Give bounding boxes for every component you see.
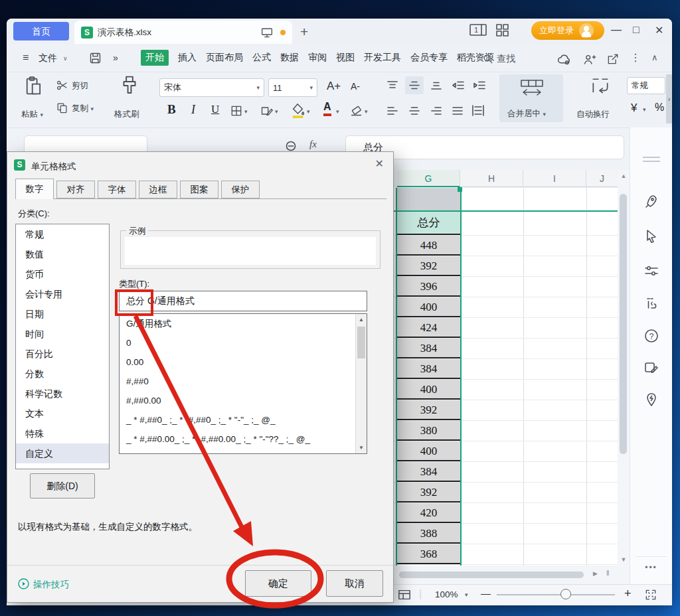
draw-border-icon[interactable] xyxy=(260,104,274,117)
menu-data[interactable]: 数据 xyxy=(280,52,299,64)
sheet-row[interactable]: 448 xyxy=(389,236,618,256)
copy-label[interactable]: 复制 ▾ xyxy=(72,103,94,114)
font-name-select[interactable]: 宋体▾ xyxy=(159,78,264,97)
tips-link[interactable]: 操作技巧 xyxy=(33,579,69,591)
cell-value[interactable]: 424 xyxy=(397,318,460,338)
format-item[interactable]: #,##0 xyxy=(120,372,367,391)
save-icon[interactable] xyxy=(88,51,102,65)
sidebar-handle[interactable] xyxy=(643,157,660,162)
menu-dev-tools[interactable]: 开发工具 xyxy=(364,52,401,64)
distributed-icon[interactable] xyxy=(471,105,485,116)
sheet-row[interactable]: 400 xyxy=(389,380,618,400)
format-item[interactable]: _ * #,##0_ ;_ * -#,##0_ ;_ * "-"_ ;_ @_ xyxy=(120,410,367,429)
hamburger-icon[interactable]: ≡ xyxy=(23,52,29,64)
scroll-right-icon[interactable]: ▶ xyxy=(593,570,598,577)
format-item[interactable]: 0 xyxy=(120,333,367,352)
category-item[interactable]: 会计专用 xyxy=(16,284,109,304)
category-item-selected[interactable]: 自定义 xyxy=(16,443,109,463)
location-icon[interactable] xyxy=(643,392,659,408)
view-layout-icon[interactable] xyxy=(397,588,412,601)
cell-value[interactable]: 380 xyxy=(397,421,460,441)
cell-value[interactable]: 400 xyxy=(397,297,460,317)
currency-caret[interactable]: ▾ xyxy=(643,106,646,113)
zoom-caret[interactable]: ▾ xyxy=(465,591,468,598)
tab-protection[interactable]: 保护 xyxy=(221,181,260,198)
paste-label[interactable]: 粘贴 ▾ xyxy=(21,109,43,120)
category-item[interactable]: 时间 xyxy=(16,324,109,344)
scroll-up-icon[interactable]: ▲ xyxy=(618,173,630,179)
align-left-icon[interactable] xyxy=(386,106,398,116)
category-item[interactable]: 百分比 xyxy=(16,344,109,364)
format-scroll-down-icon[interactable]: ▼ xyxy=(356,445,367,451)
add-user-icon[interactable] xyxy=(582,52,596,66)
align-bottom-icon[interactable] xyxy=(430,80,442,90)
sheet-grid[interactable]: G H I J 总分 448 392 396 400 424 384 384 4… xyxy=(389,170,618,566)
currency-format-button[interactable]: ¥ xyxy=(631,102,637,115)
wrap-text-icon[interactable] xyxy=(590,77,611,97)
font-color-icon[interactable]: A xyxy=(323,101,331,116)
fx-icon[interactable]: fx xyxy=(309,139,317,150)
feedback-icon[interactable] xyxy=(643,360,659,376)
wrap-text-label[interactable]: 自动换行 xyxy=(576,109,610,120)
app-grid-icon[interactable] xyxy=(495,23,509,37)
cell-value[interactable]: 396 xyxy=(397,277,460,297)
align-middle-icon[interactable] xyxy=(408,80,420,90)
collapse-ribbon-icon[interactable]: ∧ xyxy=(651,52,658,62)
cell-value[interactable]: 368 xyxy=(397,544,460,564)
delete-button[interactable]: 删除(D) xyxy=(30,473,95,499)
justify-icon[interactable] xyxy=(452,106,464,116)
font-size-select[interactable]: 11▾ xyxy=(268,78,317,97)
menu-insert[interactable]: 插入 xyxy=(178,52,197,64)
cancel-entry-icon[interactable] xyxy=(286,141,296,151)
fullscreen-icon[interactable] xyxy=(644,588,657,601)
fill-color-icon[interactable] xyxy=(291,102,305,118)
sheet-row[interactable]: 392 xyxy=(389,400,618,421)
format-item[interactable]: 0.00 xyxy=(120,352,367,372)
menu-review[interactable]: 审阅 xyxy=(308,52,327,64)
ribbon-expand-strip[interactable]: › xyxy=(666,74,672,123)
cell-value[interactable]: 448 xyxy=(397,236,460,256)
vertical-scrollbar[interactable]: ▲ ▼ xyxy=(618,170,630,566)
category-item[interactable]: 分数 xyxy=(16,364,109,384)
eraser-icon[interactable] xyxy=(349,104,363,117)
tab-border[interactable]: 边框 xyxy=(139,181,177,198)
file-caret-icon[interactable]: ∨ xyxy=(63,55,68,62)
search-label[interactable]: 查找 xyxy=(497,53,515,65)
dialog-close-icon[interactable]: ✕ xyxy=(375,157,384,170)
menu-view[interactable]: 视图 xyxy=(336,52,355,64)
login-button[interactable]: 立即登录 xyxy=(531,21,604,40)
category-item[interactable]: 文本 xyxy=(16,404,109,424)
minimize-button[interactable]: — xyxy=(611,24,622,36)
search-icon[interactable] xyxy=(482,53,493,64)
selected-cell-blank[interactable] xyxy=(397,188,460,211)
format-painter-icon[interactable] xyxy=(118,74,141,97)
percent-format-button[interactable]: % xyxy=(655,102,664,114)
number-format-select[interactable]: 常规 xyxy=(627,77,665,94)
help-icon[interactable]: ? xyxy=(643,328,659,344)
cursor-icon[interactable] xyxy=(643,228,659,244)
sheet-row[interactable]: 396 xyxy=(389,277,618,297)
category-item[interactable]: 常规 xyxy=(16,224,109,244)
menu-page-layout[interactable]: 页面布局 xyxy=(206,52,243,64)
category-item[interactable]: 科学记数 xyxy=(16,384,109,404)
cell-value[interactable]: 384 xyxy=(397,462,460,482)
italic-button[interactable]: I xyxy=(191,103,195,117)
align-center-icon[interactable] xyxy=(408,106,420,116)
cell-value[interactable]: 392 xyxy=(397,400,460,420)
cell-value[interactable]: 384 xyxy=(397,359,460,379)
sheet-row[interactable]: 384 xyxy=(389,359,618,380)
sheet-row[interactable]: 424 xyxy=(389,318,618,339)
increase-font-button[interactable]: A+ xyxy=(327,80,341,93)
document-tab[interactable]: S 演示表格.xlsx xyxy=(74,21,292,44)
overflow-menu-icon[interactable]: ⋮ xyxy=(630,51,641,64)
sheet-row-header[interactable]: 总分 xyxy=(389,212,618,236)
split-handle[interactable]: ‖ xyxy=(606,569,610,577)
cell-value[interactable]: 388 xyxy=(397,524,460,544)
format-painter-label[interactable]: 格式刷 xyxy=(114,109,139,120)
format-item[interactable]: #,##0.00 xyxy=(120,391,367,410)
home-tab-button[interactable]: 首页 xyxy=(13,22,69,40)
cell-value[interactable]: 392 xyxy=(397,256,460,276)
align-right-icon[interactable] xyxy=(430,106,442,116)
cut-icon[interactable] xyxy=(56,79,68,92)
column-header-j[interactable]: J xyxy=(586,170,618,187)
